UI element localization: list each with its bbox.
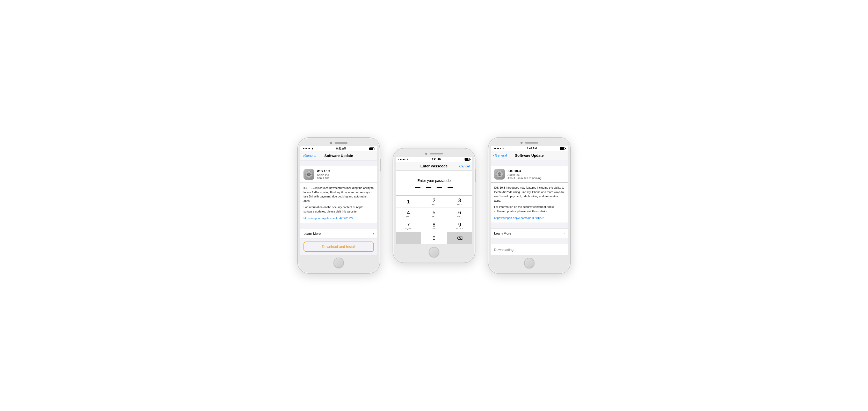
keypad-row-3: 7 PQRS 8 TUV 9 WXYZ [396, 220, 472, 232]
cancel-button-2[interactable]: Cancel [459, 164, 470, 168]
update-icon-3 [494, 169, 505, 180]
status-bar-1: ●●●●● ▾ 9:41 AM [300, 146, 377, 151]
back-label-1[interactable]: General [304, 154, 316, 157]
wifi-icon-1: ▾ [312, 147, 313, 150]
nav-bar-3: ‹ General Software Update [491, 151, 568, 160]
status-right-2 [465, 158, 470, 161]
downloading-label-3: Downloading... [494, 248, 516, 252]
learn-more-row-3[interactable]: Learn More › [491, 229, 568, 238]
update-text-1: iOS 10.3 Apple Inc. 656.2 MB [317, 169, 330, 180]
keypad-row-4: 0 ⌫ [396, 232, 472, 244]
battery-icon-1 [369, 147, 374, 150]
desc-text-3b: For information on the security content … [494, 205, 564, 213]
downloading-row-3: Downloading... [491, 244, 568, 255]
status-bar-3: ●●●●● ▾ 9:41 AM [491, 146, 568, 151]
home-button-2[interactable] [429, 247, 439, 257]
phone-top-1 [300, 142, 377, 144]
passcode-body-2: Enter your passcode 1 2 ABC [396, 171, 472, 244]
dot-2 [426, 187, 431, 188]
section-gap-3a [491, 160, 568, 166]
chevron-right-icon-3: › [563, 231, 564, 235]
nav-bar-1: ‹ General Software Update [300, 151, 377, 160]
screen-1: ●●●●● ▾ 9:41 AM ‹ General Software Updat… [300, 146, 377, 255]
phone-1: ●●●●● ▾ 9:41 AM ‹ General Software Updat… [297, 137, 380, 274]
delete-icon: ⌫ [457, 236, 463, 241]
download-install-button-1[interactable]: Download and Install [304, 241, 374, 252]
settings-icon-1 [305, 171, 313, 178]
key-9[interactable]: 9 WXYZ [447, 220, 472, 232]
update-title-3: iOS 10.3 [507, 169, 541, 173]
keypad-2: 1 2 ABC 3 DEF 4 GHI [396, 196, 472, 244]
key-6[interactable]: 6 MNO [447, 208, 472, 220]
status-time-3: 9:41 AM [527, 147, 537, 150]
home-button-1[interactable] [334, 258, 344, 268]
update-subtitle-1: Apple Inc. [317, 173, 330, 176]
status-time-2: 9:41 AM [432, 158, 441, 161]
update-card-3: iOS 10.3 Apple Inc. About 3 minutes rema… [491, 166, 568, 183]
battery-icon-2 [465, 158, 470, 161]
key-8[interactable]: 8 TUV [421, 220, 447, 232]
passcode-prompt-2: Enter your passcode [417, 179, 451, 183]
desc-text-3a: iOS 10.3 introduces new features includi… [494, 185, 564, 203]
dot-3 [437, 187, 442, 188]
key-3[interactable]: 3 DEF [447, 196, 472, 208]
key-0[interactable]: 0 [421, 232, 447, 244]
update-info-3: iOS 10.3 Apple Inc. About 3 minutes rema… [491, 166, 568, 182]
update-card-1: iOS 10.3 Apple Inc. 656.2 MB [300, 166, 377, 183]
dot-1 [415, 187, 421, 188]
speaker-2 [430, 153, 443, 154]
update-size-1: 656.2 MB [317, 177, 330, 180]
section-gap-3b [491, 223, 568, 229]
key-delete[interactable]: ⌫ [447, 232, 472, 244]
phone-top-3 [491, 142, 568, 144]
svg-point-6 [499, 173, 500, 175]
battery-fill-1 [370, 148, 373, 150]
chevron-right-icon-1: › [373, 232, 374, 236]
status-left-3: ●●●●● ▾ [494, 147, 504, 150]
content-3: iOS 10.3 Apple Inc. About 3 minutes rema… [491, 160, 568, 255]
camera-2 [425, 153, 427, 155]
back-button-1[interactable]: ‹ General [303, 154, 316, 158]
desc-text-1b: For information on the security content … [304, 205, 374, 213]
key-empty [396, 232, 421, 244]
description-3: iOS 10.3 introduces new features includi… [491, 183, 568, 223]
nav-title-3: Software Update [515, 153, 544, 157]
support-link-1[interactable]: https://support.apple.com/kb/HT201222 [304, 217, 353, 220]
back-button-3[interactable]: ‹ General [493, 153, 507, 157]
battery-icon-3 [560, 147, 565, 150]
key-1[interactable]: 1 [396, 196, 421, 208]
update-size-3: About 3 minutes remaining [507, 176, 541, 180]
signal-dots-1: ●●●●● [303, 147, 310, 150]
screen-2: ●●●●● ▾ 9:41 AM Enter Passcode Cancel En… [396, 157, 472, 244]
key-2[interactable]: 2 ABC [421, 196, 447, 208]
speaker-3 [525, 142, 538, 144]
home-button-3[interactable] [524, 258, 534, 268]
chevron-left-icon-3: ‹ [493, 153, 494, 157]
passcode-dots-2 [415, 187, 453, 188]
passcode-header-2: Enter Passcode Cancel [396, 162, 472, 171]
keypad-row-2: 4 GHI 5 JKL 6 MNO [396, 208, 472, 220]
update-icon-1 [304, 169, 314, 180]
section-gap-1b [300, 223, 377, 229]
desc-text-1a: iOS 10.3 introduces new features includi… [304, 186, 374, 203]
section-gap-3c [491, 238, 568, 244]
learn-more-row-1[interactable]: Learn More › [300, 229, 377, 238]
wifi-icon-2: ▾ [407, 158, 408, 161]
nav-title-1: Software Update [324, 154, 353, 158]
screen-3: ●●●●● ▾ 9:41 AM ‹ General Software Updat… [491, 146, 568, 255]
status-right-3 [560, 147, 565, 150]
section-gap-1a [300, 160, 377, 166]
battery-fill-2 [465, 158, 468, 160]
back-label-3[interactable]: General [495, 153, 507, 157]
key-7[interactable]: 7 PQRS [396, 220, 421, 232]
support-link-3[interactable]: https://support.apple.com/kb/HT201222 [494, 216, 544, 219]
chevron-left-icon-1: ‹ [303, 154, 304, 158]
key-4[interactable]: 4 GHI [396, 208, 421, 220]
phone-2: ●●●●● ▾ 9:41 AM Enter Passcode Cancel En… [393, 148, 475, 263]
key-5[interactable]: 5 JKL [421, 208, 447, 220]
wifi-icon-3: ▾ [502, 147, 504, 150]
settings-icon-3 [496, 171, 503, 178]
keypad-row-1: 1 2 ABC 3 DEF [396, 196, 472, 208]
speaker-1 [335, 142, 347, 144]
phone-top-2 [396, 153, 472, 155]
